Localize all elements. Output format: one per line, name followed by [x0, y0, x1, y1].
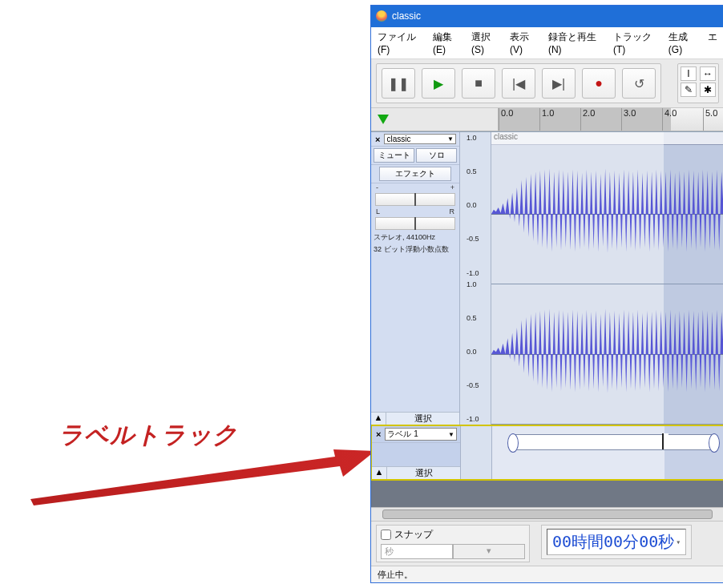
waveform-area[interactable]: classic — [491, 132, 723, 425]
timeline[interactable]: 0.0 1.0 2.0 3.0 4.0 5.0 6.0 — [371, 108, 723, 131]
menu-select[interactable]: 選択(S) — [467, 28, 505, 58]
draw-tool-icon[interactable]: ✎ — [681, 83, 697, 97]
record-button[interactable]: ● — [582, 68, 616, 99]
track-select-button[interactable]: 選択 — [386, 413, 459, 425]
label-text-caret[interactable] — [662, 433, 668, 449]
amp-tick: -1.0 — [467, 415, 489, 423]
gain-slider[interactable] — [375, 193, 455, 206]
gain-plus: + — [450, 183, 454, 191]
menu-rec-play[interactable]: 録音と再生(N) — [543, 28, 608, 58]
menu-edit[interactable]: 編集(E) — [428, 28, 467, 58]
label-track: × ラベル 1 ▲ 選択 — [371, 425, 723, 480]
effects-button[interactable]: エフェクト — [379, 167, 451, 181]
menu-generate[interactable]: 生成(G) — [664, 28, 703, 58]
solo-button[interactable]: ソロ — [416, 148, 457, 163]
snap-box: スナップ 秒 ▾ — [376, 525, 530, 562]
amp-tick: -0.5 — [467, 381, 489, 389]
amp-tick: 1.0 — [467, 134, 489, 142]
track-info-line2: 32 ビット浮動小数点数 — [371, 244, 459, 256]
tick: 1.0 — [539, 108, 580, 131]
snap-checkbox[interactable] — [381, 530, 391, 540]
audio-track-controls: × classic ミュート ソロ エフェクト -+ LR ステレオ, 4410… — [371, 132, 460, 425]
time-display-box: 00時間00分00秒 — [541, 525, 692, 559]
multi-tool-icon[interactable]: ✱ — [700, 83, 716, 97]
amplitude-ruler: 1.0 0.5 0.0 -0.5 -1.0 1.0 0.5 0.0 -0.5 -… — [460, 132, 491, 425]
selection-tool-icon[interactable]: I — [681, 66, 697, 81]
amp-tick: 0.5 — [467, 314, 489, 322]
tracks-area: × classic ミュート ソロ エフェクト -+ LR ステレオ, 4410… — [371, 131, 723, 507]
horizontal-scrollbar[interactable] — [371, 507, 723, 521]
label-track-collapse-icon[interactable]: ▲ — [372, 467, 387, 479]
envelope-tool-icon[interactable]: ↔ — [700, 66, 716, 81]
app-logo-icon — [376, 10, 387, 22]
transport-toolbar: ❚❚ ▶ ■ |◀ ▶| ● ↺ I ↔ ✎ ✱ — [371, 59, 723, 108]
titlebar[interactable]: classic — [371, 6, 723, 27]
track-info-line1: ステレオ, 44100Hz — [371, 232, 459, 244]
snap-label: スナップ — [394, 528, 433, 542]
playhead-icon[interactable] — [378, 115, 389, 124]
tick: 3.0 — [621, 108, 662, 131]
label-pane[interactable] — [492, 426, 723, 479]
window-title: classic — [392, 10, 421, 22]
audio-track: × classic ミュート ソロ エフェクト -+ LR ステレオ, 4410… — [371, 131, 723, 425]
pan-l: L — [376, 207, 380, 215]
app-window: classic ファイル(F) 編集(E) 選択(S) 表示(V) 録音と再生(… — [370, 5, 723, 583]
label-track-close-button[interactable]: × — [374, 429, 383, 439]
skip-start-button[interactable]: |◀ — [502, 68, 535, 99]
stop-button[interactable]: ■ — [462, 68, 495, 99]
amp-tick: 0.0 — [467, 201, 489, 209]
waveform-left — [491, 161, 723, 267]
menu-more[interactable]: エ — [703, 28, 722, 58]
amp-tick: 0.5 — [467, 167, 489, 175]
tick: 4.0 — [662, 108, 703, 131]
label-track-name-dropdown[interactable]: ラベル 1 — [385, 428, 457, 441]
bottom-panel: スナップ 秒 ▾ 00時間00分00秒 — [371, 521, 723, 566]
svg-marker-0 — [30, 449, 375, 505]
waveform-right — [491, 301, 723, 407]
mute-button[interactable]: ミュート — [374, 148, 414, 163]
status-text: 停止中。 — [378, 569, 413, 581]
loop-button[interactable]: ↺ — [622, 68, 656, 99]
amp-tick: -0.5 — [467, 235, 489, 243]
menu-view[interactable]: 表示(V) — [505, 28, 543, 58]
annotation-label: ラベルトラック — [59, 419, 238, 452]
chevron-down-icon[interactable]: ▾ — [453, 544, 525, 559]
track-close-button[interactable]: × — [373, 135, 382, 144]
menubar: ファイル(F) 編集(E) 選択(S) 表示(V) 録音と再生(N) トラック(… — [371, 27, 723, 59]
statusbar: 停止中。 — [371, 566, 723, 582]
play-button[interactable]: ▶ — [422, 68, 455, 99]
track-collapse-icon[interactable]: ▲ — [371, 413, 386, 425]
label-track-select-button[interactable]: 選択 — [387, 467, 460, 479]
annotation-arrow — [30, 445, 375, 509]
label-region[interactable] — [512, 434, 715, 450]
tick: 0.0 — [499, 108, 539, 131]
time-display[interactable]: 00時間00分00秒 — [547, 529, 686, 555]
skip-end-button[interactable]: ▶| — [542, 68, 576, 99]
menu-file[interactable]: ファイル(F) — [373, 28, 428, 58]
menu-tracks[interactable]: トラック(T) — [608, 28, 664, 58]
tools-toolbar: I ↔ ✎ ✱ — [677, 63, 719, 103]
timeline-ruler[interactable]: 0.0 1.0 2.0 3.0 4.0 5.0 6.0 — [499, 108, 723, 131]
amp-tick: -1.0 — [467, 269, 489, 277]
pan-slider[interactable] — [375, 217, 455, 230]
tick: 5.0 — [703, 108, 723, 131]
amp-tick: 0.0 — [467, 348, 489, 356]
pause-button[interactable]: ❚❚ — [382, 68, 415, 99]
pan-r: R — [450, 207, 455, 215]
snap-unit-select[interactable]: 秒 — [381, 544, 453, 559]
label-track-controls: × ラベル 1 ▲ 選択 — [372, 426, 461, 479]
track-name-dropdown[interactable]: classic — [384, 134, 456, 144]
tick: 2.0 — [580, 108, 621, 131]
amp-tick: 1.0 — [467, 280, 489, 288]
gain-minus: - — [376, 183, 378, 191]
